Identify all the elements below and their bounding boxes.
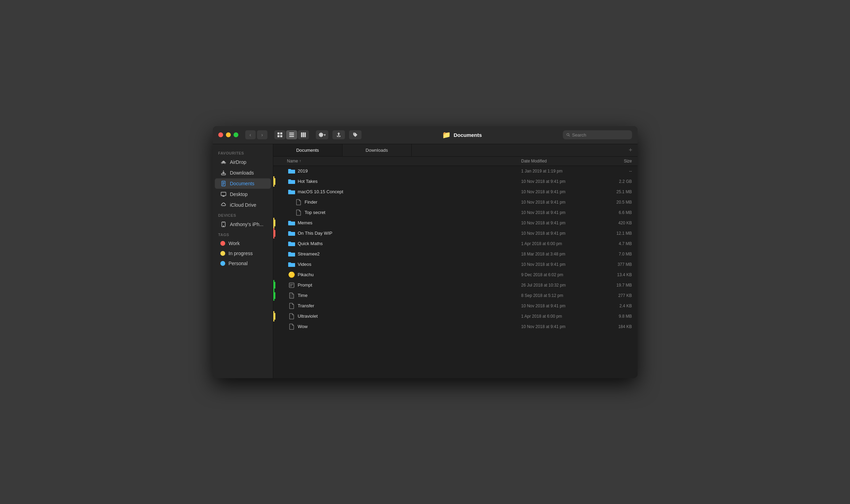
- list-view-button[interactable]: [286, 130, 297, 139]
- file-date: 10 Nov 2018 at 9:41 pm: [521, 210, 597, 215]
- table-row[interactable]: Memes 10 Nov 2018 at 9:41 pm 420 KB: [273, 218, 638, 228]
- file-size: 25.1 MB: [597, 189, 632, 194]
- downloads-tab[interactable]: Downloads: [342, 144, 412, 156]
- svg-rect-5: [289, 134, 294, 135]
- title-text: Documents: [454, 132, 482, 138]
- table-row[interactable]: Transfer 10 Nov 2018 at 9:41 pm 2.4 KB: [273, 301, 638, 311]
- share-button[interactable]: [332, 130, 345, 139]
- personal-tag-dot: [220, 261, 225, 266]
- finder-window: ‹ ›: [213, 126, 638, 378]
- folder-icon: [288, 261, 295, 268]
- table-row[interactable]: Time 8 Sep 2018 at 5:12 pm 277 KB: [273, 290, 638, 301]
- iphone-icon: [220, 221, 227, 227]
- content-area: FAVOURITES AirDrop: [213, 144, 638, 378]
- file-name: 2019: [298, 168, 308, 174]
- file-date: 10 Nov 2018 at 9:41 pm: [521, 179, 597, 184]
- icon-view-button[interactable]: [274, 130, 285, 139]
- table-row[interactable]: Streamee2 18 Mar 2018 at 3:48 pm 7.0 MB: [273, 249, 638, 259]
- table-row[interactable]: Wow 10 Nov 2018 at 9:41 pm 184 KB: [273, 321, 638, 332]
- sidebar-item-inprogress[interactable]: In progress: [215, 249, 271, 258]
- file-icon: [288, 292, 295, 299]
- svg-rect-3: [280, 135, 282, 137]
- file-list: 2019 1 Jan 2019 at 1:19 pm -- Hot Takes …: [273, 166, 638, 378]
- file-name: Pikachu: [298, 272, 314, 277]
- file-date: 10 Nov 2018 at 9:41 pm: [521, 304, 597, 308]
- close-button[interactable]: [218, 132, 223, 137]
- sidebar-item-airdrop[interactable]: AirDrop: [215, 157, 271, 167]
- forward-button[interactable]: ›: [257, 130, 267, 139]
- file-size: --: [597, 169, 632, 174]
- documents-tab[interactable]: Documents: [273, 144, 342, 156]
- date-header[interactable]: Date Modified: [521, 159, 597, 164]
- sidebar-item-work[interactable]: Work: [215, 239, 271, 248]
- folder-icon: [288, 230, 295, 237]
- airdrop-label: AirDrop: [230, 159, 246, 165]
- svg-rect-1: [280, 132, 282, 134]
- file-name: Ultraviolet: [298, 314, 318, 319]
- sidebar-item-icloud[interactable]: iCloud Drive: [215, 200, 271, 210]
- svg-rect-9: [304, 132, 306, 137]
- table-row[interactable]: Ultraviolet 1 Apr 2018 at 6:00 pm 9.8 MB: [273, 311, 638, 321]
- folder-icon: [288, 188, 295, 195]
- table-row[interactable]: Quick Maths 1 Apr 2018 at 6:00 pm 4.7 MB: [273, 239, 638, 249]
- minimize-button[interactable]: [226, 132, 231, 137]
- file-size: 277 KB: [597, 293, 632, 298]
- work-tag-dot: [220, 241, 225, 246]
- table-row[interactable]: Top secret 10 Nov 2018 at 9:41 pm 6.6 MB: [273, 207, 638, 218]
- search-input[interactable]: [572, 132, 628, 138]
- name-header[interactable]: Name ↑: [287, 159, 521, 164]
- column-view-button[interactable]: [298, 130, 309, 139]
- columns-bar: Documents Downloads +: [273, 144, 638, 157]
- sidebar-item-desktop[interactable]: Desktop: [215, 189, 271, 199]
- folder-icon: [288, 168, 295, 175]
- file-date: 10 Nov 2018 at 9:41 pm: [521, 262, 597, 267]
- table-row[interactable]: 🟡 Pikachu 9 Dec 2018 at 6:02 pm 13.4 KB: [273, 270, 638, 280]
- file-size: 420 KB: [597, 221, 632, 225]
- tag-button[interactable]: [349, 130, 362, 139]
- size-header[interactable]: Size: [597, 159, 632, 164]
- file-icon: [295, 199, 302, 206]
- maximize-button[interactable]: [234, 132, 238, 137]
- svg-rect-6: [289, 136, 294, 137]
- personal-tag-label: Personal: [229, 261, 248, 266]
- search-bar[interactable]: [563, 130, 632, 139]
- sidebar-item-downloads[interactable]: Downloads: [215, 168, 271, 178]
- file-date: 1 Apr 2018 at 6:00 pm: [521, 241, 597, 246]
- work-tag-label: Work: [229, 241, 240, 246]
- sidebar-item-iphone[interactable]: Anthony's iPh...: [215, 219, 271, 230]
- file-date: 8 Sep 2018 at 5:12 pm: [521, 293, 597, 298]
- file-icon: [288, 323, 295, 330]
- file-name: macOS 10.15 Concept: [298, 189, 344, 194]
- sidebar: FAVOURITES AirDrop: [213, 144, 273, 378]
- file-date: 1 Apr 2018 at 6:00 pm: [521, 314, 597, 319]
- table-row[interactable]: Videos 10 Nov 2018 at 9:41 pm 377 MB: [273, 259, 638, 270]
- sort-arrow: ↑: [300, 159, 301, 163]
- folder-icon: [288, 220, 295, 226]
- file-size: 9.8 MB: [597, 314, 632, 319]
- sidebar-item-personal[interactable]: Personal: [215, 259, 271, 268]
- file-size: 184 KB: [597, 324, 632, 329]
- desktop-icon: [220, 191, 227, 197]
- gear-button[interactable]: ▾: [316, 130, 328, 139]
- table-row[interactable]: 2019 1 Jan 2019 at 1:19 pm --: [273, 166, 638, 176]
- table-row[interactable]: Finder 10 Nov 2018 at 9:41 pm 20.5 MB: [273, 197, 638, 207]
- search-icon: [566, 133, 570, 137]
- file-size: 4.7 MB: [597, 241, 632, 246]
- favourites-label: FAVOURITES: [213, 148, 273, 157]
- folder-icon: [288, 178, 295, 185]
- file-name: Wow: [298, 324, 308, 329]
- table-row[interactable]: On This Day WIP 10 Nov 2018 at 9:41 pm 1…: [273, 228, 638, 239]
- table-row[interactable]: Prompt 26 Jul 2018 at 10:32 pm 19.7 MB: [273, 280, 638, 290]
- image-icon: 🟡: [288, 271, 295, 278]
- sidebar-item-documents[interactable]: Documents: [215, 178, 271, 189]
- add-column-button[interactable]: +: [624, 144, 638, 156]
- table-row[interactable]: Hot Takes 10 Nov 2018 at 9:41 pm 2.2 GB: [273, 176, 638, 187]
- inprogress-tag-label: In progress: [229, 251, 253, 256]
- file-list-header: Name ↑ Date Modified Size: [273, 157, 638, 166]
- file-name: Videos: [298, 262, 312, 267]
- back-button[interactable]: ‹: [245, 130, 256, 139]
- svg-line-11: [568, 135, 569, 136]
- file-date: 1 Jan 2019 at 1:19 pm: [521, 169, 597, 174]
- svg-rect-7: [301, 132, 302, 137]
- table-row[interactable]: macOS 10.15 Concept 10 Nov 2018 at 9:41 …: [273, 187, 638, 197]
